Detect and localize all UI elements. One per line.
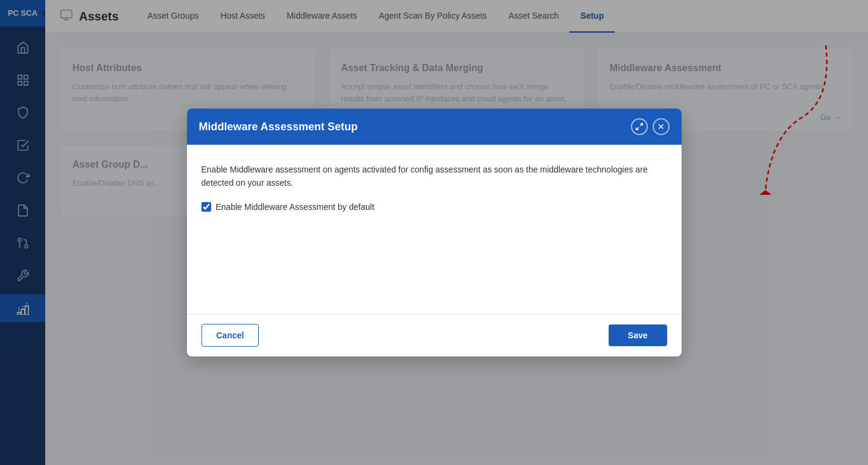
- checkbox-row: Enable Middleware Assessment by default: [201, 202, 667, 212]
- modal-body: Enable Middleware assessment on agents a…: [187, 145, 682, 314]
- modal-expand-button[interactable]: [631, 118, 648, 135]
- modal-header-actions: ✕: [631, 118, 670, 135]
- modal-title: Middleware Assessment Setup: [199, 121, 358, 133]
- middleware-assessment-checkbox[interactable]: [201, 202, 211, 212]
- middleware-assessment-modal: Middleware Assessment Setup ✕ Enable Mid…: [187, 109, 682, 356]
- modal-overlay: Middleware Assessment Setup ✕ Enable Mid…: [0, 0, 868, 465]
- modal-close-button[interactable]: ✕: [653, 118, 670, 135]
- modal-description: Enable Middleware assessment on agents a…: [201, 163, 667, 190]
- modal-header: Middleware Assessment Setup ✕: [187, 109, 682, 145]
- cancel-button[interactable]: Cancel: [201, 324, 259, 347]
- modal-footer: Cancel Save: [187, 314, 682, 356]
- middleware-assessment-checkbox-label: Enable Middleware Assessment by default: [216, 202, 375, 212]
- save-button[interactable]: Save: [609, 324, 667, 346]
